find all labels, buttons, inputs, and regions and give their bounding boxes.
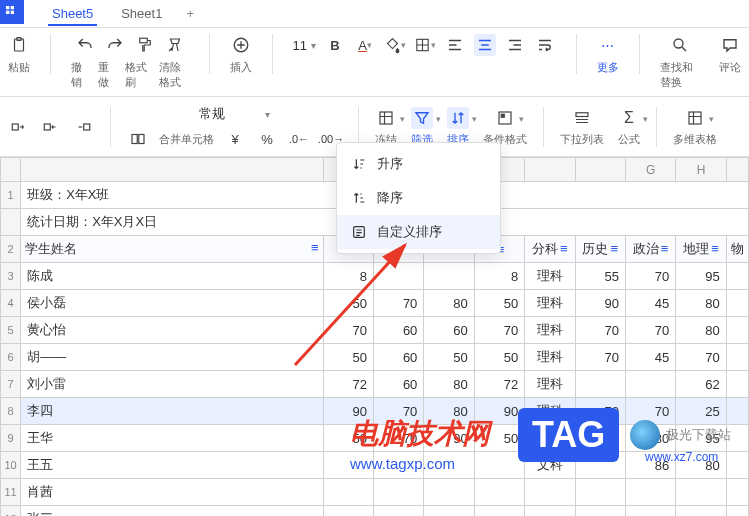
hdr-name[interactable]: 学生姓名≡	[21, 236, 323, 263]
cell[interactable]: 理科	[525, 317, 575, 344]
row-hdr[interactable]: 11	[1, 479, 21, 506]
cell[interactable]: 70	[575, 344, 625, 371]
cell[interactable]: 黄心怡	[21, 317, 323, 344]
merge-icon-1[interactable]	[8, 116, 30, 138]
sort-custom-item[interactable]: 自定义排序	[337, 215, 500, 249]
cell[interactable]: 70	[373, 398, 423, 425]
cell[interactable]: 50	[474, 344, 524, 371]
cell[interactable]	[424, 479, 474, 506]
cell[interactable]	[474, 479, 524, 506]
insert-icon[interactable]	[230, 34, 252, 56]
cell[interactable]	[373, 452, 423, 479]
cell[interactable]	[525, 479, 575, 506]
cell[interactable]: 70	[625, 317, 675, 344]
cell[interactable]: 90	[575, 290, 625, 317]
merge-icon-2[interactable]	[40, 116, 62, 138]
cell[interactable]: 理科	[525, 371, 575, 398]
cell[interactable]: 胡——	[21, 344, 323, 371]
multidim-icon[interactable]: ▾	[684, 107, 706, 129]
cell[interactable]: 理科	[525, 263, 575, 290]
cell[interactable]: 55	[575, 263, 625, 290]
redo-icon[interactable]	[104, 34, 126, 56]
cell[interactable]: 80	[424, 398, 474, 425]
cell[interactable]	[373, 506, 423, 517]
cell[interactable]: 80	[676, 317, 726, 344]
percent-icon[interactable]: %	[256, 128, 278, 150]
cell[interactable]: 8	[474, 263, 524, 290]
cell[interactable]	[323, 452, 373, 479]
cell[interactable]: 张三	[21, 506, 323, 517]
cell[interactable]	[676, 479, 726, 506]
row-hdr[interactable]: 12	[1, 506, 21, 517]
cell[interactable]	[373, 263, 423, 290]
cell[interactable]	[474, 506, 524, 517]
col-h[interactable]: H	[676, 158, 726, 182]
cell[interactable]	[424, 452, 474, 479]
cell[interactable]: 50	[424, 344, 474, 371]
cell[interactable]: 50	[323, 290, 373, 317]
cond-format-icon[interactable]: ▾	[494, 107, 516, 129]
row-1[interactable]: 1	[1, 182, 21, 209]
find-replace-icon[interactable]	[669, 34, 691, 56]
cell[interactable]: 45	[625, 290, 675, 317]
cell[interactable]: 72	[474, 371, 524, 398]
cell[interactable]	[726, 506, 748, 517]
cell[interactable]: 80	[424, 371, 474, 398]
cell[interactable]: 62	[676, 371, 726, 398]
row-hdr[interactable]: 10	[1, 452, 21, 479]
cell[interactable]: 理科	[525, 290, 575, 317]
sort-icon[interactable]: ▾	[447, 107, 469, 129]
cell[interactable]: 60	[373, 317, 423, 344]
cell[interactable]	[575, 479, 625, 506]
cell[interactable]: 50	[323, 344, 373, 371]
more-icon[interactable]: ⋯	[597, 34, 619, 56]
cell[interactable]: 王华	[21, 425, 323, 452]
tab-sheet5[interactable]: Sheet5	[38, 2, 107, 25]
cell[interactable]: 70	[373, 290, 423, 317]
cell[interactable]	[726, 317, 748, 344]
cell[interactable]	[726, 452, 748, 479]
row-hdr[interactable]: 5	[1, 317, 21, 344]
merge-icon-3[interactable]	[72, 116, 94, 138]
format-painter-icon[interactable]	[134, 34, 156, 56]
freeze-icon[interactable]: ▾	[375, 107, 397, 129]
align-right-icon[interactable]	[504, 34, 526, 56]
cell[interactable]: 90	[424, 425, 474, 452]
cell[interactable]	[625, 479, 675, 506]
cell[interactable]: 70	[575, 317, 625, 344]
comment-icon[interactable]	[719, 34, 741, 56]
cell[interactable]	[726, 479, 748, 506]
align-left-icon[interactable]	[444, 34, 466, 56]
paste-icon[interactable]	[8, 34, 30, 56]
cell[interactable]: 李四	[21, 398, 323, 425]
cell[interactable]	[424, 506, 474, 517]
cell[interactable]	[726, 344, 748, 371]
cell[interactable]: 70	[625, 263, 675, 290]
sort-asc-item[interactable]: 升序	[337, 147, 500, 181]
wrap-icon[interactable]	[534, 34, 556, 56]
cell[interactable]	[726, 371, 748, 398]
cell[interactable]: 8	[323, 263, 373, 290]
add-sheet-button[interactable]: +	[176, 2, 204, 25]
hdr-phy[interactable]: 物	[726, 236, 748, 263]
tab-sheet1[interactable]: Sheet1	[107, 2, 176, 25]
cell[interactable]	[575, 371, 625, 398]
cell[interactable]	[625, 371, 675, 398]
hdr-pol[interactable]: 政治≡	[625, 236, 675, 263]
sort-desc-item[interactable]: 降序	[337, 181, 500, 215]
align-center-icon[interactable]	[474, 34, 496, 56]
cell[interactable]	[676, 506, 726, 517]
cell[interactable]	[525, 506, 575, 517]
cell[interactable]	[323, 506, 373, 517]
border-icon[interactable]: ▾	[414, 34, 436, 56]
cell[interactable]: 理科	[525, 344, 575, 371]
undo-icon[interactable]	[74, 34, 96, 56]
corner-cell[interactable]	[1, 158, 21, 182]
cell[interactable]: 王五	[21, 452, 323, 479]
row-hdr[interactable]: 7	[1, 371, 21, 398]
cell[interactable]	[323, 479, 373, 506]
cell[interactable]	[575, 506, 625, 517]
cell[interactable]: 72	[323, 371, 373, 398]
filter-icon[interactable]: ▾	[411, 107, 433, 129]
cell[interactable]	[373, 479, 423, 506]
